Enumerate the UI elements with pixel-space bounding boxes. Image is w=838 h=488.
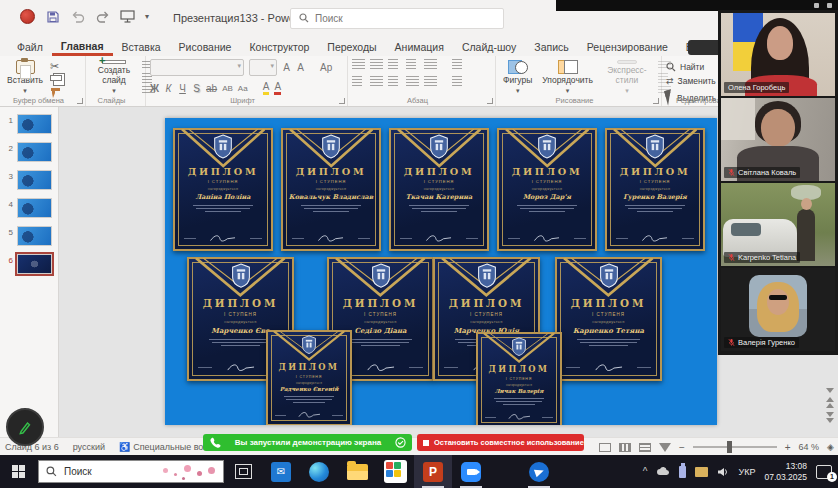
cut-icon[interactable]: ✂ [50, 61, 62, 72]
zoom-window-controls[interactable] [814, 3, 832, 8]
ribbon-tab[interactable]: Рецензирование [578, 39, 677, 56]
ribbon-search-input[interactable]: Поиск [290, 8, 504, 29]
shrink-font-button[interactable]: А [296, 63, 305, 73]
arrange-button[interactable]: Упорядочить ▾ [539, 59, 596, 95]
photos-app-button[interactable] [376, 455, 414, 488]
replace-button[interactable]: ⇄ Заменить [666, 76, 716, 86]
ribbon-tab[interactable]: Файл [8, 39, 52, 56]
text-direction-icon[interactable] [452, 59, 465, 70]
align-right-icon[interactable] [388, 76, 401, 87]
ribbon-tab[interactable]: Конструктор [240, 39, 318, 56]
participant-video-tile[interactable]: Karpenko Tetiana [721, 183, 835, 266]
strikethrough-button[interactable]: ab [206, 84, 217, 94]
notification-center-button[interactable]: 1 [816, 465, 832, 479]
drawing-dialog-launcher-icon[interactable] [653, 98, 659, 104]
diploma-card[interactable]: ДИПЛОМ І СТУПЕНЯ нагороджується Личак Ва… [476, 332, 562, 425]
mail-app-button[interactable]: ✉ [262, 455, 300, 488]
cloud-icon[interactable] [656, 467, 670, 476]
increase-indent-icon[interactable] [406, 59, 419, 70]
ribbon-tab[interactable]: Анимация [386, 39, 453, 56]
format-painter-icon[interactable] [50, 84, 62, 95]
diploma-card[interactable]: ДИПЛОМ І СТУПЕНЯ нагороджується Гуренко … [605, 128, 705, 251]
file-explorer-button[interactable] [338, 455, 376, 488]
clock[interactable]: 13:08 07.03.2025 [764, 461, 807, 482]
slide-canvas[interactable]: ДИПЛОМ І СТУПЕНЯ нагороджується Лапіна П… [165, 118, 717, 425]
keyboard-language[interactable]: УКР [738, 467, 755, 477]
line-spacing-icon[interactable] [424, 59, 437, 70]
participant-video-tile[interactable]: Олена Горобець [721, 13, 835, 96]
underline-button[interactable]: Ч [178, 84, 187, 94]
font-color-button[interactable]: А [274, 82, 281, 95]
ribbon-tab[interactable]: Запись [525, 39, 577, 56]
slide-thumbnail[interactable]: 3 [6, 170, 58, 190]
justify-icon[interactable] [406, 76, 419, 87]
powerpoint-app-button[interactable]: P [414, 455, 452, 488]
shapes-button[interactable]: Фигуры ▾ [500, 59, 535, 95]
zoom-out-button[interactable]: − [679, 442, 685, 453]
previous-slide-button[interactable] [826, 397, 834, 408]
stop-sharing-button[interactable]: Остановить совместное использование [417, 434, 584, 451]
numbering-icon[interactable] [370, 59, 383, 70]
tray-folder-icon[interactable] [695, 467, 708, 477]
slide-thumbnail[interactable]: 1 [6, 114, 58, 134]
qat-customize-chevron-icon[interactable]: ▾ [145, 12, 149, 21]
paragraph-dialog-launcher-icon[interactable] [487, 98, 493, 104]
diploma-card[interactable]: ДИПЛОМ І СТУПЕНЯ нагороджується Ковальчу… [281, 128, 381, 251]
ribbon-tab[interactable]: Рисование [170, 39, 241, 56]
character-spacing-button[interactable]: АВ [222, 85, 233, 93]
task-view-button[interactable] [224, 455, 262, 488]
language-status[interactable]: русский [73, 442, 105, 452]
decrease-indent-icon[interactable] [388, 59, 401, 70]
save-icon[interactable] [45, 10, 60, 24]
slideshow-view-button[interactable] [659, 443, 671, 452]
slide-thumbnail[interactable]: 5 [6, 226, 58, 246]
align-left-icon[interactable] [352, 76, 365, 87]
font-dialog-launcher-icon[interactable] [339, 98, 345, 104]
redo-icon[interactable] [95, 10, 110, 24]
align-text-icon[interactable] [452, 76, 465, 87]
diploma-card[interactable]: ДИПЛОМ І СТУПЕНЯ нагороджується Радченко… [266, 330, 352, 425]
ribbon-tab[interactable]: Переходы [318, 39, 385, 56]
zoom-slider[interactable] [693, 446, 777, 448]
zoom-app-button[interactable] [452, 455, 490, 488]
diploma-card[interactable]: ДИПЛОМ І СТУПЕНЯ нагороджується Карпенко… [555, 257, 662, 381]
bullets-icon[interactable] [352, 59, 365, 70]
windows-start-button[interactable] [12, 465, 26, 479]
tray-expand-icon[interactable]: ^ [643, 466, 648, 477]
zoom-level[interactable]: 64 % [799, 442, 820, 452]
slide-thumbnail[interactable]: 4 [6, 198, 58, 218]
text-shadow-button[interactable]: S [192, 84, 201, 94]
annotation-pen-button[interactable] [6, 408, 44, 446]
undo-icon[interactable] [70, 10, 85, 24]
zoom-in-button[interactable]: + [785, 442, 791, 453]
next-slide-button[interactable] [826, 412, 834, 423]
quick-styles-button[interactable]: Экспресс-стили ▾ [600, 59, 654, 95]
clear-formatting-button[interactable]: Ар [320, 63, 332, 73]
bold-button[interactable]: Ж [150, 84, 159, 94]
edge-app-button[interactable] [300, 455, 338, 488]
diploma-card[interactable]: ДИПЛОМ І СТУПЕНЯ нагороджується Мороз Да… [497, 128, 597, 251]
zoom-slider-thumb[interactable] [727, 441, 732, 453]
align-center-icon[interactable] [370, 76, 383, 87]
participant-video-tile[interactable]: Світлана Коваль [721, 98, 835, 181]
reading-view-button[interactable] [639, 443, 651, 452]
slide-thumbnail[interactable]: 6 [6, 254, 58, 274]
fit-slide-button[interactable]: ◈ [827, 442, 834, 452]
normal-view-button[interactable] [599, 443, 611, 452]
scroll-down-icon[interactable] [826, 388, 834, 393]
font-size-select[interactable] [249, 59, 277, 76]
clipboard-dialog-launcher-icon[interactable] [77, 98, 83, 104]
start-presentation-icon[interactable] [120, 10, 135, 24]
diploma-card[interactable]: ДИПЛОМ І СТУПЕНЯ нагороджується Лапіна П… [173, 128, 273, 251]
diploma-card[interactable]: ДИПЛОМ І СТУПЕНЯ нагороджується Ткачан К… [389, 128, 489, 251]
usb-device-icon[interactable] [679, 466, 686, 478]
paste-button[interactable]: Вставить ▾ [4, 59, 46, 95]
blue-circle-app-button[interactable] [520, 455, 558, 488]
columns-icon[interactable] [424, 76, 437, 87]
new-slide-button[interactable]: Создать слайд ▾ [90, 59, 138, 95]
participant-video-tile[interactable]: Валерія Гуренко [721, 268, 835, 351]
taskbar-search-input[interactable]: Поиск [38, 460, 224, 483]
screen-share-banner[interactable]: Вы запустили демонстрацию экрана [203, 434, 412, 451]
change-case-button[interactable]: Аа [238, 85, 248, 93]
ribbon-tab[interactable]: Слайд-шоу [453, 39, 525, 56]
